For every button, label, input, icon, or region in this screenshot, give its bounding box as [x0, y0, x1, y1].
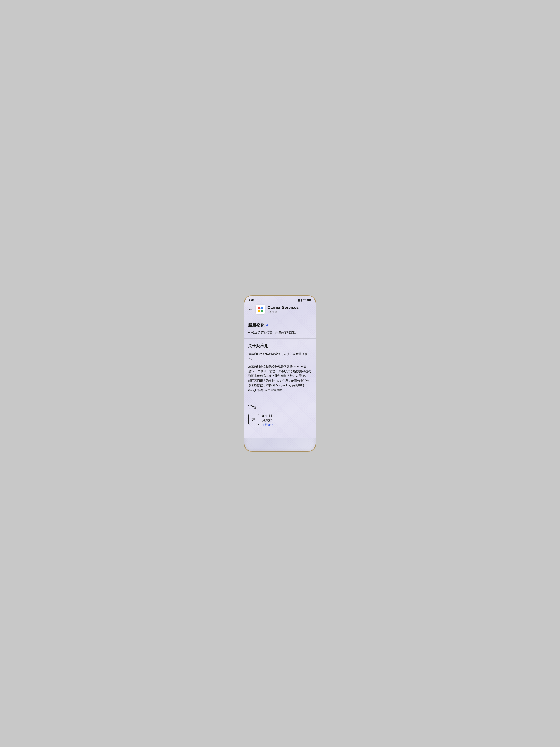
rating-badge: 3+	[248, 414, 259, 425]
back-button[interactable]: ←	[247, 306, 254, 313]
header-divider	[244, 318, 316, 318]
status-bar: 2:07 ▐▐▐	[244, 296, 316, 303]
rating-interaction: 用户交互	[262, 418, 273, 422]
screen: 2:07 ▐▐▐	[244, 296, 316, 438]
battery-icon	[307, 299, 311, 302]
app-title: Carrier Services	[267, 305, 313, 310]
bullet-dot	[248, 332, 250, 333]
details-title: 详情	[248, 405, 312, 410]
svg-rect-1	[308, 299, 310, 301]
details-section: 详情 3+ 3 岁以上 用户交互 了解详情	[244, 401, 316, 430]
carrier-services-icon	[257, 306, 264, 313]
content: 2:07 ▐▐▐	[244, 296, 316, 430]
section-divider-2	[244, 400, 316, 400]
new-version-section: 新版变化 修正了多项错误，并提高了稳定性	[244, 319, 316, 338]
app-icon	[256, 305, 265, 314]
section-divider-1	[244, 338, 316, 339]
app-subtitle: 详细信息	[267, 310, 313, 314]
rating-age: 3 岁以上	[262, 414, 273, 418]
new-version-title: 新版变化	[248, 323, 312, 328]
about-description-1: 运营商服务让移动运营商可以提供最新通信服务。	[248, 352, 312, 361]
wifi-icon	[303, 299, 306, 302]
status-icons: ▐▐▐	[297, 299, 311, 302]
header: ← Carrier Services	[244, 303, 316, 317]
status-time: 2:07	[249, 299, 255, 302]
header-text: Carrier Services 详细信息	[267, 305, 313, 314]
about-section: 关于此应用 运营商服务让移动运营商可以提供最新通信服务。 运营商服务会提供各种服…	[244, 339, 316, 399]
about-title: 关于此应用	[248, 343, 312, 349]
rating-row: 3+ 3 岁以上 用户交互 了解详情	[248, 414, 312, 427]
learn-more-link[interactable]: 了解详情	[262, 423, 273, 427]
signal-icon: ▐▐▐	[297, 299, 302, 302]
about-description-2: 运营商服务会提供各种服务来支持 Google'信息'应用中的聊天功能，并会收集诊…	[248, 364, 312, 392]
notification-dot	[266, 325, 268, 326]
phone-frame: 2:07 ▐▐▐	[244, 295, 316, 452]
rating-info: 3 岁以上 用户交互 了解详情	[262, 414, 273, 427]
bullet-item: 修正了多项错误，并提高了稳定性	[248, 330, 312, 335]
